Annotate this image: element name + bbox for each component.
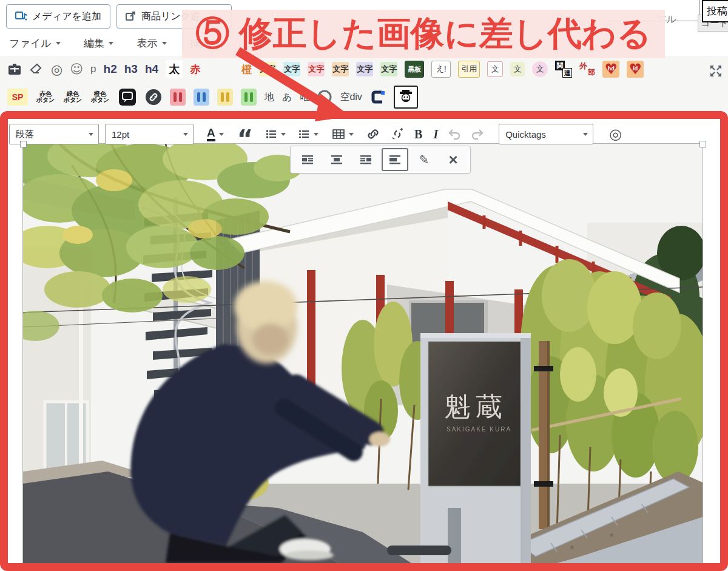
- content-image[interactable]: 魁蔵 SAKIGAKE KURA: [23, 144, 703, 563]
- align-left-button[interactable]: [294, 148, 321, 171]
- marker-green-button[interactable]: 文字: [380, 62, 397, 76]
- fullscreen-icon[interactable]: [709, 62, 723, 80]
- bun-yellow-button[interactable]: 文: [510, 62, 525, 76]
- edit-image-button[interactable]: ✎: [411, 148, 437, 171]
- image-toolbar: ✎ ×: [290, 146, 471, 174]
- menu-file[interactable]: ファイル: [9, 36, 61, 50]
- bullet-list-button[interactable]: [265, 125, 286, 143]
- column-box-icon[interactable]: [370, 88, 386, 106]
- menu-edit[interactable]: 編集: [84, 36, 113, 50]
- align-right-button[interactable]: [352, 148, 379, 171]
- balloon-icon[interactable]: [118, 88, 137, 106]
- a-button[interactable]: あ: [282, 88, 292, 106]
- progress-pill[interactable]: [387, 546, 451, 555]
- annotation-callout: ⑤ 修正した画像に差し代わる: [182, 10, 665, 58]
- heart-hd-button[interactable]: ♥ hd: [602, 61, 619, 78]
- marker-cyan-button[interactable]: 文字: [283, 62, 300, 76]
- link-icon[interactable]: [366, 125, 380, 143]
- target-icon[interactable]: ◎: [51, 60, 62, 78]
- resize-handle-top-right[interactable]: [699, 141, 706, 147]
- italic-button[interactable]: I: [433, 125, 438, 143]
- align-center-button[interactable]: [323, 148, 350, 171]
- quicktags-select[interactable]: Quicktags: [499, 124, 593, 144]
- redo-icon[interactable]: [470, 125, 484, 143]
- link-circle-icon[interactable]: [145, 88, 162, 106]
- exclaim-box-button[interactable]: え!: [431, 61, 451, 78]
- font-size-select[interactable]: 12pt: [105, 124, 194, 144]
- bun-pink-circle-button[interactable]: 文: [532, 61, 548, 77]
- yui-button[interactable]: 唯: [300, 88, 309, 106]
- h4-button[interactable]: h4: [145, 60, 158, 78]
- pins-red-button[interactable]: [170, 89, 186, 106]
- post-heading-box: 投稿: [702, 0, 728, 22]
- align-none-button[interactable]: [382, 148, 408, 171]
- menu-view[interactable]: 表示: [137, 36, 167, 50]
- quicktags-select-value: Quicktags: [505, 129, 546, 140]
- sign-subtext: SAKIGAKE KURA: [447, 426, 511, 433]
- related-button[interactable]: 関 連: [555, 61, 572, 78]
- external-top: 外: [579, 61, 587, 72]
- add-media-button[interactable]: メディアを追加: [6, 4, 110, 29]
- text-color-button[interactable]: A: [207, 125, 224, 143]
- chevron-down-icon: [56, 42, 61, 45]
- post-heading-label: 投稿: [707, 4, 727, 18]
- heart-ld-button[interactable]: ♥ ld: [627, 61, 644, 78]
- chevron-down-icon: [183, 133, 188, 136]
- wordpress-editor-screen: メディアを追加 商品リンク追 投稿 アル コード ファイル 編集 表示 挿入: [0, 0, 728, 571]
- remove-image-button[interactable]: ×: [440, 148, 467, 171]
- bold-jp-button[interactable]: 太: [166, 60, 183, 78]
- sign-text: 魁蔵: [444, 392, 507, 422]
- chevron-down-icon: [162, 42, 167, 45]
- paragraph-button[interactable]: p: [90, 60, 96, 78]
- add-media-label: メディアを追加: [32, 10, 101, 23]
- pins-green-button[interactable]: [241, 89, 257, 106]
- circle-icon[interactable]: [317, 88, 332, 106]
- pins-yellow-button[interactable]: [217, 89, 233, 106]
- bold-button[interactable]: B: [414, 125, 422, 143]
- numbered-list-button[interactable]: [298, 125, 318, 143]
- sp-label: SP: [12, 92, 24, 102]
- heart-ld-label: ld: [633, 66, 638, 72]
- undo-icon[interactable]: [448, 125, 462, 143]
- chi-button[interactable]: 地: [265, 88, 274, 106]
- menu-edit-label: 編集: [84, 36, 104, 50]
- marker-yellow-button[interactable]: 文字: [259, 62, 276, 76]
- quote-box-button[interactable]: 引用: [458, 61, 480, 78]
- external-bottom: 部: [588, 67, 595, 78]
- smiley-icon[interactable]: ☺: [70, 60, 83, 78]
- bun-pink-border-button[interactable]: 文: [487, 61, 503, 77]
- h2-button[interactable]: h2: [104, 60, 117, 78]
- orange-button-button[interactable]: 橙色 ボタン: [90, 88, 110, 106]
- chevron-down-icon: [219, 133, 224, 136]
- eraser-icon[interactable]: [29, 60, 44, 78]
- menu-file-label: ファイル: [9, 36, 52, 50]
- green-button-button[interactable]: 緑色 ボタン: [63, 88, 83, 106]
- resize-handle-top-left[interactable]: [20, 141, 27, 147]
- red-button-button[interactable]: 赤色 ボタン: [36, 88, 55, 106]
- bullseye-icon[interactable]: ◎: [609, 125, 622, 143]
- text-color-label: A: [207, 127, 215, 141]
- sign-monument: 魁蔵 SAKIGAKE KURA: [420, 333, 531, 563]
- red-text-button[interactable]: 赤: [190, 60, 200, 78]
- chevron-down-icon: [314, 133, 318, 136]
- blockquote-icon[interactable]: “: [237, 120, 253, 148]
- h3-button[interactable]: h3: [124, 60, 138, 78]
- related-bottom: 連: [562, 68, 572, 78]
- person-icon[interactable]: [394, 86, 418, 109]
- marker-pink-button[interactable]: 文字: [308, 62, 325, 76]
- table-button[interactable]: [332, 125, 354, 143]
- pins-blue-button[interactable]: [194, 89, 209, 106]
- sp-button[interactable]: SP: [7, 89, 28, 106]
- empty-div-button[interactable]: 空div: [340, 88, 362, 106]
- unlink-icon[interactable]: [390, 125, 405, 143]
- external-link-icon: [126, 12, 136, 21]
- orange-text-button[interactable]: 橙: [241, 60, 252, 78]
- font-size-select-value: 12pt: [112, 129, 129, 140]
- heart-hd-label: hd: [608, 66, 615, 72]
- toolbar-toggle-icon[interactable]: [7, 60, 22, 78]
- blackboard-button[interactable]: 黒板: [405, 61, 424, 78]
- paragraph-select-value: 段落: [16, 129, 34, 140]
- external-jp-button[interactable]: 外 部: [579, 61, 595, 78]
- marker-orange-button[interactable]: 文字: [332, 62, 349, 76]
- marker-purple-button[interactable]: 文字: [356, 62, 373, 76]
